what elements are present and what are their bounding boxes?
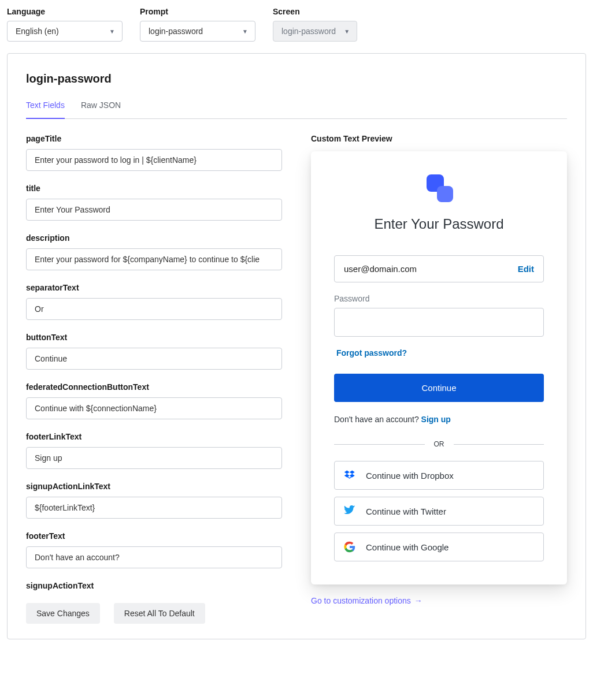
panel-title: login-password bbox=[26, 72, 567, 85]
save-button[interactable]: Save Changes bbox=[26, 603, 100, 624]
password-input[interactable] bbox=[334, 308, 544, 337]
tabs: Text Fields Raw JSON bbox=[26, 100, 567, 119]
forgot-password-link[interactable]: Forgot password? bbox=[336, 348, 544, 358]
top-selectors: Language English (en) ▼ Prompt login-pas… bbox=[7, 7, 586, 42]
reset-button[interactable]: Reset All To Default bbox=[114, 603, 205, 624]
field-signupActionLinkText: signupActionLinkText bbox=[26, 482, 282, 519]
preview-card: Enter Your Password user@domain.com Edit… bbox=[311, 151, 567, 584]
google-icon bbox=[344, 541, 355, 553]
chevron-down-icon: ▼ bbox=[344, 28, 350, 35]
screen-label: Screen bbox=[273, 7, 357, 16]
prompt-label: Prompt bbox=[140, 7, 255, 16]
customization-options-link[interactable]: Go to customization options → bbox=[311, 596, 422, 605]
field-label: pageTitle bbox=[26, 134, 282, 143]
edit-email-link[interactable]: Edit bbox=[518, 264, 534, 274]
language-group: Language English (en) ▼ bbox=[7, 7, 123, 42]
field-signupActionText: signupActionText bbox=[26, 581, 282, 590]
language-value: English (en) bbox=[16, 27, 59, 36]
tab-text-fields[interactable]: Text Fields bbox=[26, 100, 65, 119]
preview-title: Enter Your Password bbox=[334, 216, 544, 232]
field-label: title bbox=[26, 184, 282, 193]
field-label: signupActionText bbox=[26, 581, 282, 590]
preview-heading: Custom Text Preview bbox=[311, 134, 567, 143]
preview-column: Custom Text Preview Enter Your Password … bbox=[311, 134, 567, 624]
continue-button[interactable]: Continue bbox=[334, 374, 544, 402]
settings-panel: login-password Text Fields Raw JSON page… bbox=[7, 53, 586, 639]
actions-row: Save Changes Reset All To Default bbox=[26, 603, 282, 624]
field-label: buttonText bbox=[26, 333, 282, 342]
field-federatedConnectionButtonText: federatedConnectionButtonText bbox=[26, 382, 282, 419]
field-separatorText: separatorText bbox=[26, 283, 282, 320]
chevron-down-icon: ▼ bbox=[109, 28, 115, 35]
social-button-label: Continue with Twitter bbox=[366, 507, 446, 516]
prompt-value: login-password bbox=[149, 27, 203, 36]
email-display: user@domain.com Edit bbox=[334, 255, 544, 282]
field-title: title bbox=[26, 184, 282, 221]
signup-row: Don't have an account? Sign up bbox=[334, 415, 544, 424]
field-input-federatedConnectionButtonText[interactable] bbox=[26, 397, 282, 419]
footer-text: Don't have an account? bbox=[334, 415, 421, 424]
field-label: federatedConnectionButtonText bbox=[26, 382, 282, 392]
password-label: Password bbox=[334, 294, 544, 303]
field-description: description bbox=[26, 233, 282, 270]
dropbox-icon bbox=[344, 470, 355, 481]
social-button-google[interactable]: Continue with Google bbox=[334, 533, 544, 561]
field-input-footerLinkText[interactable] bbox=[26, 447, 282, 469]
signup-link[interactable]: Sign up bbox=[421, 415, 451, 424]
social-button-twitter[interactable]: Continue with Twitter bbox=[334, 497, 544, 526]
screen-group: Screen login-password ▼ bbox=[273, 7, 357, 42]
social-button-dropbox[interactable]: Continue with Dropbox bbox=[334, 461, 544, 490]
field-input-signupActionLinkText[interactable] bbox=[26, 497, 282, 519]
separator-text: OR bbox=[425, 440, 454, 448]
prompt-select[interactable]: login-password ▼ bbox=[140, 21, 255, 42]
arrow-right-icon: → bbox=[414, 596, 422, 605]
field-footerText: footerText bbox=[26, 531, 282, 568]
screen-select: login-password ▼ bbox=[273, 21, 357, 42]
separator: OR bbox=[334, 440, 544, 448]
language-label: Language bbox=[7, 7, 123, 16]
field-buttonText: buttonText bbox=[26, 333, 282, 370]
field-footerLinkText: footerLinkText bbox=[26, 432, 282, 469]
field-label: separatorText bbox=[26, 283, 282, 292]
field-pageTitle: pageTitle bbox=[26, 134, 282, 171]
email-value: user@domain.com bbox=[344, 264, 417, 274]
prompt-group: Prompt login-password ▼ bbox=[140, 7, 255, 42]
fields-column: pageTitletitledescriptionseparatorTextbu… bbox=[26, 134, 282, 624]
field-label: signupActionLinkText bbox=[26, 482, 282, 491]
field-input-separatorText[interactable] bbox=[26, 298, 282, 320]
social-button-label: Continue with Dropbox bbox=[366, 471, 454, 481]
field-input-footerText[interactable] bbox=[26, 546, 282, 568]
chevron-down-icon: ▼ bbox=[242, 28, 248, 35]
brand-logo-icon bbox=[425, 174, 453, 202]
screen-value: login-password bbox=[281, 27, 336, 36]
social-button-label: Continue with Google bbox=[366, 542, 449, 552]
field-input-description[interactable] bbox=[26, 248, 282, 270]
field-input-title[interactable] bbox=[26, 199, 282, 221]
field-label: footerLinkText bbox=[26, 432, 282, 441]
tab-raw-json[interactable]: Raw JSON bbox=[81, 100, 121, 119]
customization-link-text: Go to customization options bbox=[311, 596, 411, 605]
content: pageTitletitledescriptionseparatorTextbu… bbox=[26, 134, 567, 624]
field-label: footerText bbox=[26, 531, 282, 541]
twitter-icon bbox=[344, 505, 355, 517]
language-select[interactable]: English (en) ▼ bbox=[7, 21, 123, 42]
field-input-pageTitle[interactable] bbox=[26, 149, 282, 171]
field-label: description bbox=[26, 233, 282, 243]
field-input-buttonText[interactable] bbox=[26, 348, 282, 370]
